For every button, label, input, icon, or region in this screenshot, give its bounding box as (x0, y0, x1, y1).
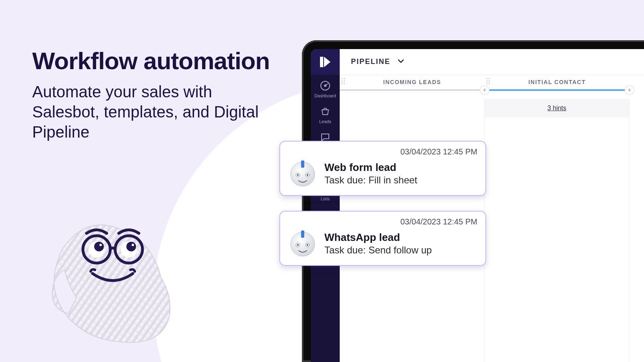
pipeline-dropdown[interactable] (397, 57, 405, 67)
svg-point-24 (297, 174, 299, 176)
column-initial-contact: INITIAL CONTACT (485, 75, 630, 99)
drag-handle-icon[interactable] (486, 78, 490, 84)
sidebar-item-label: Leads (319, 119, 331, 124)
app-main: PIPELINE INCOMING LEADS INITIAL CONTACT … (340, 49, 644, 362)
notification-timestamp: 03/04/2023 12:45 PM (288, 217, 477, 226)
svg-point-26 (307, 174, 308, 176)
notification-subtitle: Task due: Send follow up (324, 245, 432, 256)
device-frame: Dashboard Leads Chats Calendar Lists Mai… (302, 40, 644, 362)
bot-avatar-icon (288, 229, 317, 258)
column-title: INCOMING LEADS (340, 75, 485, 85)
svg-point-7 (126, 242, 136, 251)
bag-icon (319, 105, 331, 117)
column-progress-bar (340, 89, 485, 91)
hints-cell-empty (340, 99, 485, 117)
sidebar-item-label: Dashboard (314, 93, 336, 98)
svg-rect-28 (301, 230, 304, 238)
app-screen: Dashboard Leads Chats Calendar Lists Mai… (311, 49, 644, 362)
notification-title: Web form lead (324, 161, 417, 174)
add-stage-button[interactable]: + (625, 85, 634, 95)
pipeline-columns-header: INCOMING LEADS INITIAL CONTACT + + (340, 75, 644, 99)
mascot-illustration (40, 217, 185, 350)
sidebar-item-dashboard[interactable]: Dashboard (311, 75, 340, 101)
notification-title: WhatsApp lead (324, 231, 432, 244)
chevron-down-icon (397, 57, 405, 65)
topbar: PIPELINE (340, 49, 644, 75)
drag-handle-icon[interactable] (341, 78, 345, 84)
gauge-icon (319, 80, 331, 92)
bot-avatar-icon (288, 159, 317, 188)
hints-link[interactable]: 3 hints (547, 105, 566, 112)
add-stage-button[interactable]: + (480, 85, 489, 95)
hints-row: 3 hints (340, 99, 644, 117)
column-progress-bar (485, 89, 630, 91)
notification-subtitle: Task due: Fill in sheet (324, 175, 417, 186)
notification-card[interactable]: 03/04/2023 12:45 PM WhatsApp lead Task d… (279, 211, 486, 266)
svg-point-30 (297, 244, 299, 246)
column-incoming-leads: INCOMING LEADS (340, 75, 485, 99)
headline-subtitle: Automate your sales with Salesbot, templ… (32, 82, 282, 142)
svg-point-6 (94, 242, 104, 251)
headline-block: Workflow automation Automate your sales … (32, 48, 282, 142)
topbar-title: PIPELINE (351, 58, 390, 66)
app-sidebar: Dashboard Leads Chats Calendar Lists Mai… (311, 49, 340, 362)
hints-cell: 3 hints (485, 99, 630, 117)
svg-point-32 (307, 244, 308, 246)
svg-point-9 (132, 244, 134, 246)
headline-title: Workflow automation (32, 48, 282, 74)
svg-point-8 (99, 244, 102, 246)
svg-point-11 (324, 85, 326, 86)
content-col-initial (485, 117, 630, 362)
notification-card[interactable]: 03/04/2023 12:45 PM Web form lead Task d… (279, 141, 486, 196)
sidebar-item-label: Lists (321, 196, 330, 201)
svg-rect-22 (301, 160, 304, 168)
notification-timestamp: 03/04/2023 12:45 PM (288, 147, 477, 156)
sidebar-item-leads[interactable]: Leads (311, 101, 340, 126)
column-title: INITIAL CONTACT (485, 75, 630, 85)
app-logo[interactable] (311, 49, 340, 75)
